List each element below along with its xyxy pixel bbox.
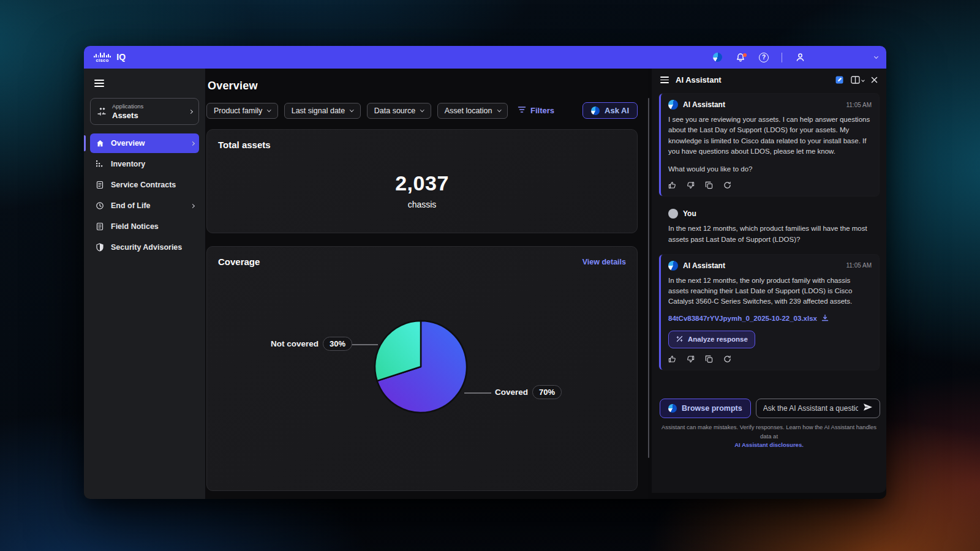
ai-question-input-wrap — [756, 399, 880, 418]
attachment-filename: 84tCv83847rYVJpymh_0_2025-10-22_03.xlsx — [668, 315, 817, 322]
user-message: You In the next 12 months, which product… — [659, 204, 879, 251]
attachment-link[interactable]: 84tCv83847rYVJpymh_0_2025-10-22_03.xlsx — [668, 314, 872, 323]
regenerate-icon[interactable] — [723, 355, 731, 363]
chevron-right-icon — [189, 109, 193, 113]
thumbs-down-icon[interactable] — [687, 181, 695, 189]
message-body-2: What would you like to do? — [668, 164, 872, 174]
coverage-pie-chart — [372, 318, 470, 416]
filter-last-signal-date[interactable]: Last signal date — [284, 103, 361, 119]
thumbs-up-icon[interactable] — [668, 355, 676, 363]
sidebar-item-end-of-life[interactable]: End of Life — [90, 196, 199, 216]
app-switcher-assets[interactable]: Applications Assets — [90, 98, 199, 125]
inventory-icon — [95, 159, 105, 169]
close-panel-icon[interactable] — [871, 77, 878, 83]
titlebar-divider — [782, 53, 782, 62]
sidebar-item-label: End of Life — [111, 201, 151, 210]
filter-label: Product family — [214, 107, 262, 115]
filter-asset-location[interactable]: Asset location — [437, 103, 508, 119]
thumbs-down-icon[interactable] — [687, 355, 695, 363]
user-icon[interactable] — [794, 52, 805, 63]
filter-product-family[interactable]: Product family — [206, 103, 278, 119]
ask-ai-button[interactable]: Ask AI — [582, 102, 638, 119]
total-assets-value: 2,037 — [207, 171, 637, 195]
message-timestamp: 11:05 AM — [846, 102, 872, 108]
cisco-logo: cisco — [94, 53, 111, 63]
contract-document-icon — [95, 180, 105, 190]
sidebar-item-overview[interactable]: Overview — [90, 133, 199, 153]
chevron-down-icon — [350, 108, 353, 111]
field-notice-document-icon — [95, 222, 105, 231]
sidebar-item-field-notices[interactable]: Field Notices — [90, 217, 199, 236]
home-icon — [95, 138, 105, 148]
view-details-link[interactable]: View details — [582, 258, 626, 266]
ai-assistant-icon — [668, 404, 677, 413]
filters-button[interactable]: Filters — [518, 106, 554, 115]
message-body: In the next 12 months, which product fam… — [668, 223, 872, 245]
total-assets-title: Total assets — [218, 140, 626, 150]
sidebar-item-service-contracts[interactable]: Service Contracts — [90, 175, 199, 195]
titlebar: cisco IQ — [84, 46, 886, 69]
copy-icon[interactable] — [705, 355, 713, 363]
desktop-background: { "brand": { "cisco": "cisco", "product"… — [0, 0, 980, 551]
coverage-card: Coverage View details — [206, 246, 638, 491]
ai-assistant-icon — [591, 107, 600, 115]
browse-prompts-button[interactable]: Browse prompts — [660, 399, 751, 418]
sidebar-item-label: Field Notices — [111, 222, 159, 231]
copy-icon[interactable] — [705, 181, 713, 189]
sidebar-menu-icon[interactable] — [94, 80, 104, 87]
funnel-icon — [518, 106, 526, 115]
filter-label: Data source — [374, 107, 415, 115]
end-of-life-clock-icon — [95, 201, 105, 211]
app-window: cisco IQ Applica — [84, 46, 886, 499]
filter-data-source[interactable]: Data source — [367, 103, 431, 119]
message-actions — [668, 355, 872, 363]
thumbs-up-icon[interactable] — [668, 181, 676, 189]
ai-message-2: AI Assistant 11:05 AM In the next 12 mon… — [659, 255, 879, 370]
sidebar-item-label: Inventory — [111, 160, 145, 168]
user-avatar — [668, 209, 678, 219]
ai-assistant-icon[interactable] — [712, 52, 723, 63]
ai-assistant-panel: AI Assistant — [652, 69, 886, 493]
message-body: I see you are reviewing your assets. I c… — [668, 114, 872, 157]
panel-layout-icon[interactable] — [851, 76, 864, 84]
ai-disclosures-link[interactable]: AI Assistant disclosures. — [660, 441, 878, 450]
ai-avatar — [668, 100, 678, 110]
send-icon[interactable] — [863, 403, 873, 414]
brand: cisco IQ — [94, 52, 126, 62]
filter-row: Product family Last signal date Data sou… — [206, 102, 638, 119]
panel-resize-handle[interactable] — [648, 98, 649, 458]
ai-panel-header: AI Assistant — [652, 69, 886, 90]
app-switcher-category: Applications — [112, 103, 184, 110]
download-icon — [821, 314, 829, 323]
assets-app-icon — [97, 107, 107, 116]
ai-panel-menu-icon[interactable] — [660, 77, 669, 83]
main-content: Overview Product family Last signal date… — [205, 69, 648, 499]
message-timestamp: 11:05 AM — [846, 262, 872, 269]
app-switcher-label: Assets — [112, 111, 184, 120]
total-assets-unit: chassis — [207, 200, 637, 209]
window-caret-icon[interactable] — [874, 54, 878, 59]
analyze-response-button[interactable]: Analyze response — [668, 331, 755, 348]
coverage-title: Coverage — [218, 257, 260, 267]
message-actions — [668, 181, 872, 189]
sidebar: Applications Assets Overview — [84, 69, 205, 499]
regenerate-icon[interactable] — [723, 181, 731, 189]
sidebar-item-label: Security Advisories — [111, 243, 182, 252]
chevron-down-icon — [497, 108, 501, 111]
ai-question-input[interactable] — [763, 404, 858, 413]
pie-label-covered: Covered 70% — [495, 385, 562, 399]
message-author: AI Assistant — [683, 100, 725, 109]
new-chat-icon[interactable] — [835, 75, 844, 84]
notifications-bell-icon[interactable] — [735, 52, 746, 63]
filter-label: Asset location — [445, 107, 492, 115]
ai-message-1: AI Assistant 11:05 AM I see you are revi… — [659, 94, 879, 196]
help-icon[interactable] — [758, 52, 769, 63]
sidebar-item-security-advisories[interactable]: Security Advisories — [90, 238, 199, 257]
ai-disclaimer: Assistant can make mistakes. Verify resp… — [660, 423, 878, 450]
ai-avatar — [668, 261, 678, 271]
ai-messages: AI Assistant 11:05 AM I see you are revi… — [652, 90, 886, 399]
ai-panel-title: AI Assistant — [676, 75, 722, 84]
analyze-sparkle-icon — [676, 335, 684, 344]
message-author: You — [683, 209, 696, 218]
sidebar-item-inventory[interactable]: Inventory — [90, 154, 199, 174]
